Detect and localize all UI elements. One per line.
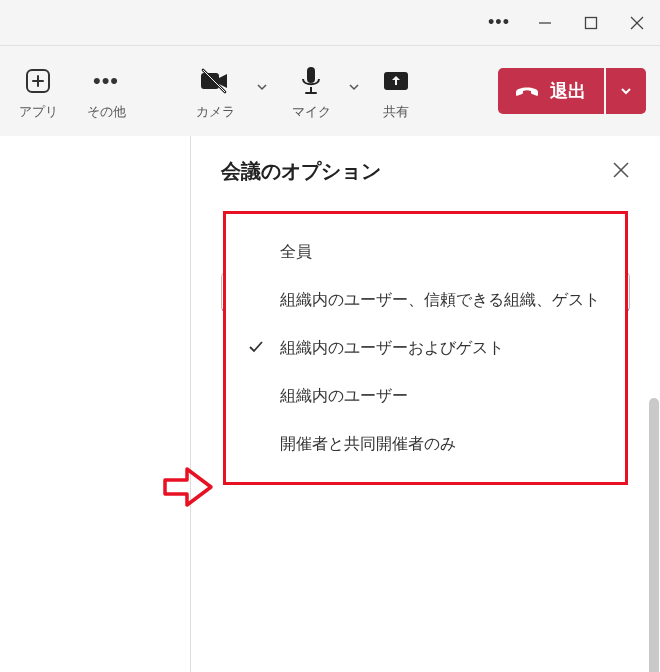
apps-button[interactable]: アプリ — [4, 51, 72, 131]
dropdown-option-label: 組織内のユーザー、信頼できる組織、ゲスト — [280, 291, 600, 308]
window-close-button[interactable] — [614, 0, 660, 46]
more-icon: ••• — [488, 12, 510, 33]
hangup-icon — [514, 82, 540, 100]
leave-label: 退出 — [550, 79, 586, 103]
leave-group: 退出 — [498, 68, 646, 114]
chevron-down-icon — [256, 81, 268, 93]
dropdown-option-label: 組織内のユーザー — [280, 387, 408, 404]
dropdown-option[interactable]: 組織内のユーザー — [226, 372, 625, 420]
close-icon — [612, 161, 630, 179]
minimize-icon — [538, 16, 552, 30]
plus-square-icon — [25, 68, 51, 94]
share-label: 共有 — [383, 103, 409, 121]
microphone-icon — [300, 66, 322, 96]
camera-chevron[interactable] — [256, 79, 268, 97]
share-screen-icon — [382, 69, 410, 93]
svg-rect-10 — [307, 67, 315, 83]
window-titlebar: ••• — [0, 0, 660, 46]
meeting-toolbar: アプリ ••• その他 カメラ マイク 共有 — [0, 46, 660, 136]
lobby-bypass-dropdown: 全員 組織内のユーザー、信頼できる組織、ゲスト 組織内のユーザーおよびゲスト 組… — [223, 211, 628, 485]
mic-button[interactable]: マイク — [270, 51, 352, 131]
leave-chevron-button[interactable] — [606, 68, 646, 114]
mic-chevron[interactable] — [348, 79, 360, 97]
left-pane — [0, 136, 190, 672]
svg-rect-1 — [586, 17, 597, 28]
window-maximize-button[interactable] — [568, 0, 614, 46]
apps-label: アプリ — [19, 103, 58, 121]
check-icon — [248, 338, 264, 362]
ellipsis-icon: ••• — [93, 68, 119, 94]
window-minimize-button[interactable] — [522, 0, 568, 46]
camera-off-icon — [199, 68, 231, 94]
dropdown-option-selected[interactable]: 組織内のユーザーおよびゲスト — [226, 324, 625, 372]
annotation-arrow — [163, 465, 215, 513]
close-icon — [630, 16, 644, 30]
scrollbar-thumb[interactable] — [649, 398, 659, 672]
panel-title: 会議のオプション — [221, 158, 612, 185]
dropdown-option[interactable]: 全員 — [226, 228, 625, 276]
dropdown-option[interactable]: 開催者と共同開催者のみ — [226, 420, 625, 468]
camera-label: カメラ — [196, 103, 235, 121]
camera-button[interactable]: カメラ — [170, 51, 260, 131]
titlebar-more-button[interactable]: ••• — [476, 0, 522, 46]
maximize-icon — [584, 16, 598, 30]
more-label: その他 — [87, 103, 126, 121]
more-button[interactable]: ••• その他 — [72, 51, 140, 131]
arrow-right-icon — [163, 465, 215, 509]
dropdown-option-label: 開催者と共同開催者のみ — [280, 435, 456, 452]
panel-close-button[interactable] — [612, 161, 630, 183]
panel-header: 会議のオプション — [191, 136, 660, 203]
share-button[interactable]: 共有 — [362, 51, 430, 131]
mic-label: マイク — [292, 103, 331, 121]
chevron-down-icon — [348, 81, 360, 93]
dropdown-option-label: 全員 — [280, 243, 312, 260]
dropdown-option-label: 組織内のユーザーおよびゲスト — [280, 339, 504, 356]
leave-button[interactable]: 退出 — [498, 68, 604, 114]
chevron-down-icon — [619, 84, 633, 98]
dropdown-option[interactable]: 組織内のユーザー、信頼できる組織、ゲスト — [226, 276, 625, 324]
